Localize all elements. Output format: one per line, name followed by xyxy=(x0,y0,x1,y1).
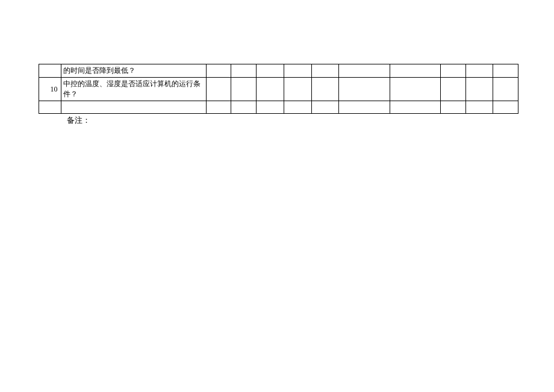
row-number-cell xyxy=(39,101,61,114)
data-cell xyxy=(390,101,440,114)
data-cell xyxy=(465,78,493,101)
data-cell xyxy=(231,78,257,101)
data-cell xyxy=(311,101,339,114)
data-cell xyxy=(206,64,231,78)
data-cell xyxy=(311,64,339,78)
data-cell xyxy=(465,101,493,114)
data-cell xyxy=(339,64,390,78)
data-cell xyxy=(493,101,518,114)
data-cell xyxy=(465,64,493,78)
data-cell xyxy=(257,64,284,78)
data-cell xyxy=(493,78,518,101)
data-cell xyxy=(311,78,339,101)
data-cell xyxy=(284,78,311,101)
data-cell xyxy=(390,64,440,78)
table-row: 的时间是否降到最低？ xyxy=(39,64,518,78)
data-cell xyxy=(284,101,311,114)
data-cell xyxy=(339,78,390,101)
data-cell xyxy=(339,101,390,114)
table-row xyxy=(39,101,518,114)
data-cell xyxy=(231,64,257,78)
data-cell xyxy=(257,101,284,114)
data-cell xyxy=(440,64,465,78)
row-number-cell xyxy=(39,64,61,78)
table-row: 10 中控的温度、湿度是否适应计算机的运行条件？ xyxy=(39,78,518,101)
notes-label: 备注： xyxy=(67,115,90,126)
row-number-cell: 10 xyxy=(39,78,61,101)
data-cell xyxy=(284,64,311,78)
description-cell xyxy=(61,101,206,114)
description-cell: 中控的温度、湿度是否适应计算机的运行条件？ xyxy=(61,78,206,101)
data-cell xyxy=(231,101,257,114)
data-table-container: 的时间是否降到最低？ 10 中控的温度、湿度是否适应计算机的运行条件？ xyxy=(39,64,518,114)
data-cell xyxy=(493,64,518,78)
data-cell xyxy=(390,78,440,101)
data-cell xyxy=(206,78,231,101)
data-cell xyxy=(257,78,284,101)
data-table: 的时间是否降到最低？ 10 中控的温度、湿度是否适应计算机的运行条件？ xyxy=(39,64,518,114)
data-cell xyxy=(440,78,465,101)
data-cell xyxy=(206,101,231,114)
data-cell xyxy=(440,101,465,114)
description-cell: 的时间是否降到最低？ xyxy=(61,64,206,78)
